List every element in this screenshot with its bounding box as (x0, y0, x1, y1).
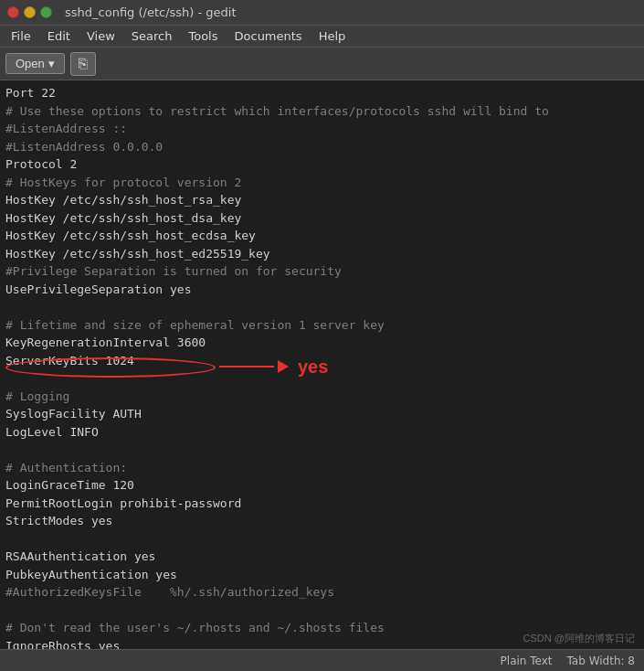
menu-file[interactable]: File (4, 27, 38, 45)
status-bar: Plain Text Tab Width: 8 (0, 649, 644, 671)
window-title: sshd_config (/etc/ssh) - gedit (65, 5, 237, 19)
window-controls (7, 6, 52, 18)
toolbar: Open ▾ ⎘ (0, 48, 644, 80)
open-dropdown-icon: ▾ (48, 57, 55, 70)
editor-content: Port 22 # Use these options to restrict … (5, 84, 639, 649)
open-label: Open (16, 57, 45, 70)
open-button[interactable]: Open ▾ (5, 53, 65, 74)
close-button[interactable] (7, 6, 19, 18)
save-button[interactable]: ⎘ (70, 52, 96, 76)
menu-documents[interactable]: Documents (227, 27, 310, 45)
menu-edit[interactable]: Edit (40, 27, 78, 45)
tab-width: Tab Width: 8 (567, 655, 635, 667)
menu-bar: File Edit View Search Tools Documents He… (0, 26, 644, 48)
editor-area[interactable]: Port 22 # Use these options to restrict … (0, 80, 644, 649)
text-type: Plain Text (501, 655, 553, 667)
menu-help[interactable]: Help (311, 27, 354, 45)
menu-search[interactable]: Search (124, 27, 180, 45)
maximize-button[interactable] (40, 6, 52, 18)
menu-view[interactable]: View (79, 27, 122, 45)
title-bar: sshd_config (/etc/ssh) - gedit (0, 0, 644, 26)
save-icon: ⎘ (79, 56, 88, 71)
minimize-button[interactable] (24, 6, 36, 18)
menu-tools[interactable]: Tools (181, 27, 225, 45)
